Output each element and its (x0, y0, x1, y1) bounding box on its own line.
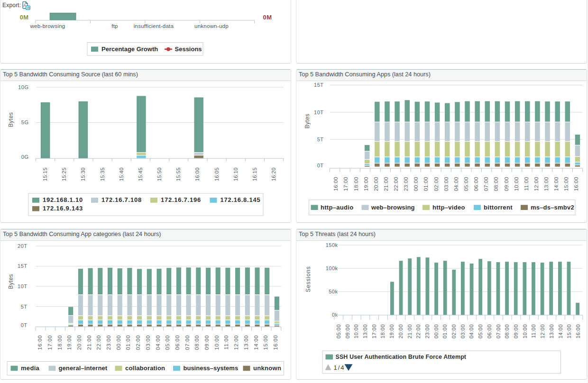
svg-text:16:20: 16:20 (271, 168, 276, 182)
svg-text:22:00: 22:00 (393, 177, 399, 191)
svg-text:09:00: 09:00 (504, 177, 509, 191)
svg-text:15:00: 15:00 (566, 324, 572, 338)
svg-text:13:00: 13:00 (543, 177, 549, 191)
svg-text:02:00: 02:00 (451, 324, 457, 338)
svg-text:05:00: 05:00 (463, 177, 469, 191)
svg-text:00:00: 00:00 (413, 177, 419, 191)
svg-text:01:00: 01:00 (423, 177, 429, 191)
svg-text:20:00: 20:00 (373, 177, 379, 191)
svg-text:06:00: 06:00 (473, 177, 479, 191)
svg-text:05:00: 05:00 (336, 324, 341, 338)
svg-text:10:00: 10:00 (353, 324, 359, 338)
svg-text:5T: 5T (21, 304, 28, 310)
svg-text:media: media (21, 365, 40, 372)
svg-text:06:00: 06:00 (175, 335, 180, 350)
svg-text:03:00: 03:00 (443, 177, 449, 191)
svg-text:09:00: 09:00 (345, 324, 350, 338)
svg-text:10:00: 10:00 (214, 335, 220, 350)
svg-text:21:00: 21:00 (407, 324, 413, 338)
svg-text:14:00: 14:00 (553, 177, 559, 191)
svg-text:insufficient-data: insufficient-data (134, 23, 174, 29)
svg-text:16:00: 16:00 (273, 335, 278, 350)
svg-text:21:00: 21:00 (86, 335, 92, 350)
svg-text:23:00: 23:00 (403, 177, 409, 191)
svg-text:15:55: 15:55 (175, 168, 181, 182)
svg-text:15:45: 15:45 (138, 168, 143, 182)
svg-text:15:40: 15:40 (119, 168, 124, 182)
svg-text:08:00: 08:00 (504, 324, 510, 338)
svg-text:100k: 100k (326, 265, 338, 271)
svg-text:12:00: 12:00 (533, 177, 539, 191)
svg-text:04:00: 04:00 (453, 177, 459, 191)
svg-text:15:35: 15:35 (100, 168, 105, 182)
svg-text:03:00: 03:00 (145, 335, 151, 350)
svg-text:19:00: 19:00 (363, 177, 369, 191)
svg-text:172.16.9.143: 172.16.9.143 (43, 205, 83, 212)
svg-text:13:00: 13:00 (362, 324, 368, 338)
svg-text:16:00: 16:00 (194, 168, 200, 182)
svg-text:10T: 10T (18, 283, 27, 289)
svg-text:0T: 0T (21, 322, 28, 328)
svg-text:00:00: 00:00 (433, 324, 439, 338)
svg-text:general–internet: general–internet (59, 365, 108, 372)
svg-text:172.16.7.196: 172.16.7.196 (161, 196, 201, 203)
svg-text:SSH User Authentication Brute: SSH User Authentication Brute Force Atte… (336, 354, 467, 360)
svg-text:04:00: 04:00 (155, 335, 161, 350)
svg-text:16:00: 16:00 (333, 177, 339, 191)
svg-text:04:00: 04:00 (469, 324, 474, 338)
svg-text:23:00: 23:00 (106, 335, 111, 350)
svg-text:172.16.8.145: 172.16.8.145 (220, 196, 261, 203)
svg-text:01:00: 01:00 (126, 335, 131, 350)
svg-text:Bytes: Bytes (304, 114, 311, 129)
svg-text:11:00: 11:00 (224, 335, 230, 350)
svg-text:07:00: 07:00 (483, 177, 489, 191)
svg-text:Bytes: Bytes (8, 274, 14, 289)
svg-text:15:15: 15:15 (42, 168, 48, 182)
svg-text:08:00: 08:00 (194, 335, 200, 350)
svg-text:0G: 0G (21, 154, 29, 160)
svg-text:05:00: 05:00 (478, 324, 483, 338)
svg-text:150k: 150k (326, 242, 338, 248)
svg-text:172.16.7.108: 172.16.7.108 (101, 196, 142, 203)
svg-text:15:50: 15:50 (156, 168, 162, 182)
svg-text:16:00: 16:00 (575, 324, 581, 338)
svg-text:07:00: 07:00 (496, 324, 501, 338)
svg-text:02:00: 02:00 (135, 335, 141, 350)
svg-text:15T: 15T (18, 263, 27, 269)
svg-text:21:00: 21:00 (383, 177, 389, 191)
svg-text:web–browsing: web–browsing (371, 204, 415, 211)
svg-text:web-browsing: web-browsing (30, 23, 65, 29)
svg-text:19:00: 19:00 (66, 335, 72, 350)
svg-text:18:00: 18:00 (57, 335, 63, 350)
svg-text:12:00: 12:00 (233, 335, 239, 350)
svg-text:13:00: 13:00 (549, 324, 554, 338)
svg-text:10G: 10G (18, 84, 28, 90)
svg-text:collaboration: collaboration (125, 365, 165, 372)
svg-text:16:05: 16:05 (214, 168, 220, 182)
svg-text:5G: 5G (21, 119, 29, 125)
svg-text:192.168.1.10: 192.168.1.10 (43, 196, 83, 203)
svg-text:11:00: 11:00 (531, 324, 536, 338)
svg-text:10T: 10T (314, 109, 323, 115)
svg-text:18:00: 18:00 (380, 324, 386, 338)
svg-text:5T: 5T (317, 137, 324, 142)
svg-text:00:00: 00:00 (116, 335, 121, 350)
svg-text:http–video: http–video (432, 204, 465, 211)
svg-text:ftp: ftp (111, 23, 118, 29)
svg-text:http–audio: http–audio (321, 204, 353, 211)
svg-text:Sessions: Sessions (305, 266, 312, 292)
svg-text:09:00: 09:00 (204, 335, 210, 350)
svg-text:unknown: unknown (253, 365, 281, 372)
svg-text:06:00: 06:00 (487, 324, 492, 338)
svg-text:14:00: 14:00 (253, 335, 259, 350)
svg-text:22:00: 22:00 (96, 335, 101, 350)
svg-text:1/4: 1/4 (334, 364, 345, 371)
svg-text:11:00: 11:00 (524, 177, 529, 191)
svg-text:07:00: 07:00 (184, 335, 190, 350)
svg-text:14:00: 14:00 (558, 324, 563, 338)
svg-text:18:00: 18:00 (353, 177, 359, 191)
svg-text:17:00: 17:00 (343, 177, 349, 191)
svg-text:23:00: 23:00 (424, 324, 430, 338)
svg-text:unknown-udp: unknown-udp (194, 23, 229, 29)
svg-text:16:00: 16:00 (573, 177, 579, 191)
